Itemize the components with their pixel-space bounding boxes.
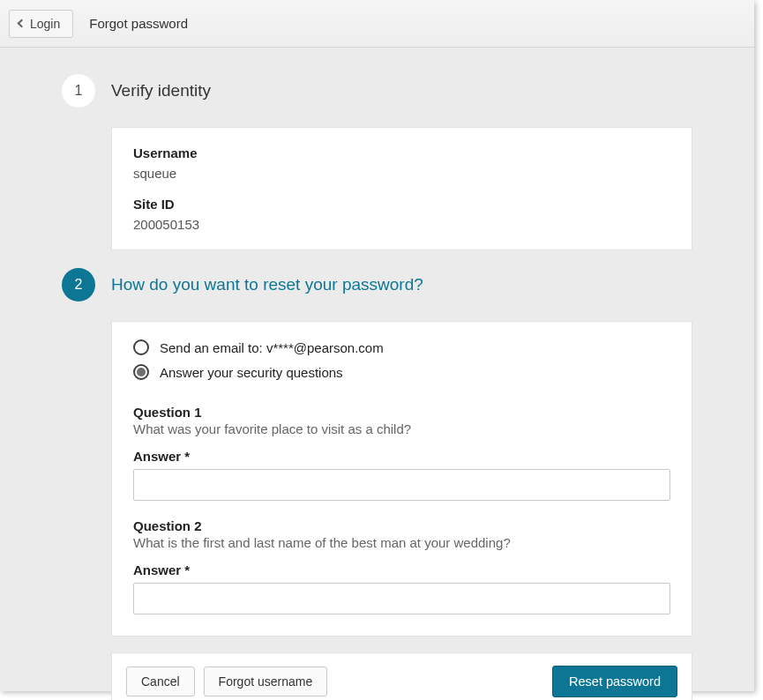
question-2-text: What is the first and last name of the b… bbox=[133, 535, 670, 550]
siteid-value: 200050153 bbox=[133, 217, 670, 232]
radio-selected-dot-icon bbox=[137, 368, 146, 376]
question-2-group: Question 2 What is the first and last na… bbox=[133, 518, 670, 614]
step-2-title: How do you want to reset your password? bbox=[111, 275, 423, 294]
question-1-group: Question 1 What was your favorite place … bbox=[133, 405, 670, 501]
username-label: Username bbox=[133, 145, 670, 160]
top-bar: Login Forgot password bbox=[0, 0, 754, 48]
back-label: Login bbox=[30, 17, 60, 31]
content-area: 1 Verify identity Username squeue Site I… bbox=[0, 48, 754, 700]
step-2-header: 2 How do you want to reset your password… bbox=[62, 268, 692, 302]
step-2-section: 2 How do you want to reset your password… bbox=[62, 268, 692, 700]
radio-security-label: Answer your security questions bbox=[160, 365, 343, 380]
chevron-left-icon bbox=[18, 19, 26, 28]
forgot-username-button[interactable]: Forgot username bbox=[204, 666, 328, 696]
radio-email-label: Send an email to: v****@pearson.com bbox=[160, 340, 384, 355]
answer-1-input[interactable] bbox=[133, 469, 670, 501]
step-1-title: Verify identity bbox=[111, 81, 211, 101]
answer-1-label: Answer * bbox=[133, 449, 670, 464]
question-2-heading: Question 2 bbox=[133, 518, 670, 533]
step-1-badge: 1 bbox=[62, 74, 95, 108]
page-title: Forgot password bbox=[89, 16, 188, 31]
radio-icon bbox=[133, 364, 149, 380]
step-2-badge: 2 bbox=[62, 268, 95, 302]
page-wrapper: Login Forgot password 1 Verify identity … bbox=[0, 0, 754, 691]
action-bar: Cancel Forgot username Reset password bbox=[111, 652, 692, 700]
radio-icon bbox=[133, 339, 149, 355]
step-1-header: 1 Verify identity bbox=[62, 74, 692, 108]
radio-option-security-questions[interactable]: Answer your security questions bbox=[133, 364, 670, 380]
identity-card: Username squeue Site ID 200050153 bbox=[111, 127, 692, 250]
username-block: Username squeue bbox=[133, 145, 670, 181]
step-1-section: 1 Verify identity Username squeue Site I… bbox=[62, 74, 692, 250]
siteid-block: Site ID 200050153 bbox=[133, 197, 670, 232]
username-value: squeue bbox=[133, 166, 670, 181]
back-to-login-button[interactable]: Login bbox=[9, 10, 73, 38]
question-1-heading: Question 1 bbox=[133, 405, 670, 420]
cancel-button[interactable]: Cancel bbox=[126, 666, 195, 696]
radio-option-email[interactable]: Send an email to: v****@pearson.com bbox=[133, 339, 670, 355]
siteid-label: Site ID bbox=[133, 197, 670, 212]
reset-method-card: Send an email to: v****@pearson.com Answ… bbox=[111, 321, 692, 637]
question-1-text: What was your favorite place to visit as… bbox=[133, 421, 670, 436]
answer-2-label: Answer * bbox=[133, 562, 670, 577]
questions-block: Question 1 What was your favorite place … bbox=[133, 405, 670, 614]
reset-password-button[interactable]: Reset password bbox=[552, 666, 677, 697]
answer-2-input[interactable] bbox=[133, 583, 670, 614]
